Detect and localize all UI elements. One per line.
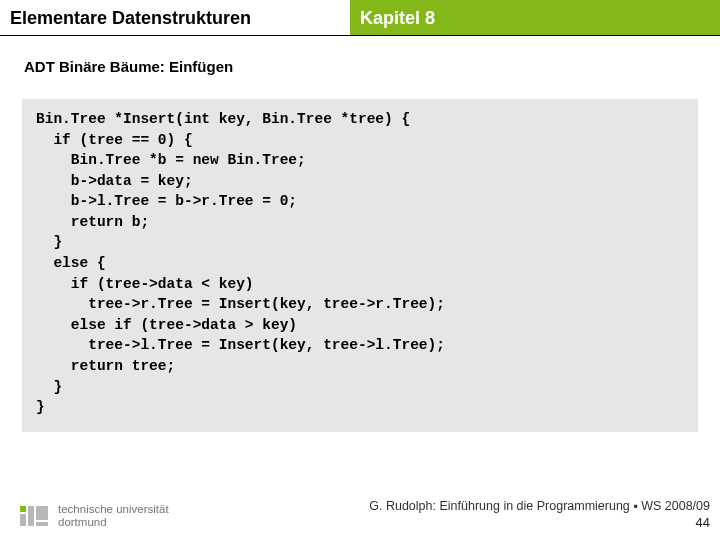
- svg-rect-3: [36, 506, 42, 520]
- uni-line1: technische universität: [58, 503, 169, 516]
- tu-logo-icon: [18, 500, 50, 532]
- uni-line2: dortmund: [58, 516, 169, 529]
- header-topic: Elementare Datenstrukturen: [0, 0, 350, 35]
- code-block: Bin.Tree *Insert(int key, Bin.Tree *tree…: [22, 99, 698, 432]
- svg-rect-5: [42, 506, 48, 520]
- svg-rect-1: [20, 514, 26, 526]
- credit-block: G. Rudolph: Einführung in die Programmie…: [369, 498, 710, 532]
- svg-rect-2: [28, 506, 34, 526]
- slide-subtitle: ADT Binäre Bäume: Einfügen: [0, 36, 720, 85]
- credit-text: G. Rudolph: Einführung in die Programmie…: [369, 498, 710, 515]
- header-chapter: Kapitel 8: [350, 0, 720, 35]
- svg-rect-0: [20, 506, 26, 512]
- slide-number: 44: [369, 514, 710, 532]
- slide-footer: technische universität dortmund G. Rudol…: [18, 498, 710, 532]
- svg-rect-4: [36, 522, 48, 526]
- slide-header: Elementare Datenstrukturen Kapitel 8: [0, 0, 720, 36]
- university-logo: technische universität dortmund: [18, 500, 169, 532]
- university-text: technische universität dortmund: [58, 503, 169, 529]
